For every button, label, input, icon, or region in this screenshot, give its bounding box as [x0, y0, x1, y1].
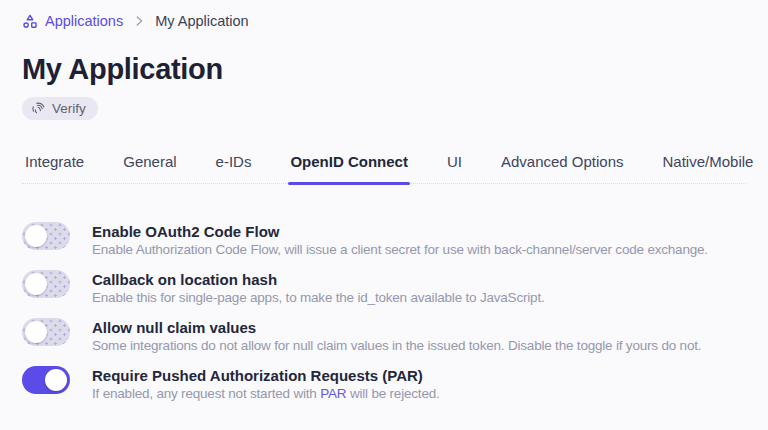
- tab-integrate[interactable]: Integrate: [23, 149, 86, 183]
- tab-e-ids[interactable]: e-IDs: [214, 149, 254, 183]
- setting-text: Allow null claim values Some integration…: [92, 318, 701, 355]
- setting-description: Enable Authorization Code Flow, will iss…: [92, 241, 708, 259]
- toggle-knob: [25, 225, 47, 247]
- toggle-require-par[interactable]: [22, 366, 70, 394]
- toggle-null-claims[interactable]: [22, 318, 70, 346]
- setting-description: Some integrations do not allow for null …: [92, 337, 701, 355]
- setting-text: Require Pushed Authorization Requests (P…: [92, 366, 440, 403]
- setting-description: Enable this for single-page apps, to mak…: [92, 289, 544, 307]
- setting-label: Enable OAuth2 Code Flow: [92, 222, 708, 241]
- breadcrumb-current: My Application: [155, 13, 249, 29]
- toggle-knob: [25, 273, 47, 295]
- setting-row-location-hash: Callback on location hash Enable this fo…: [22, 270, 746, 307]
- par-link[interactable]: PAR: [320, 386, 346, 401]
- page-title: My Application: [22, 53, 746, 86]
- tab-native-mobile[interactable]: Native/Mobile: [661, 149, 756, 183]
- tab-advanced-options[interactable]: Advanced Options: [499, 149, 626, 183]
- breadcrumb: Applications My Application: [22, 13, 746, 29]
- setting-row-oauth2-code-flow: Enable OAuth2 Code Flow Enable Authoriza…: [22, 222, 746, 259]
- setting-text: Enable OAuth2 Code Flow Enable Authoriza…: [92, 222, 708, 259]
- page: Applications My Application My Applicati…: [0, 0, 768, 403]
- toggle-knob: [25, 321, 47, 343]
- toggle-location-hash[interactable]: [22, 270, 70, 298]
- description-prefix: If enabled, any request not started with: [92, 386, 320, 401]
- verify-button-label: Verify: [52, 101, 86, 116]
- setting-description: If enabled, any request not started with…: [92, 385, 440, 403]
- setting-text: Callback on location hash Enable this fo…: [92, 270, 544, 307]
- tab-openid-connect[interactable]: OpenID Connect: [288, 149, 410, 183]
- hierarchy-icon: [22, 13, 38, 29]
- tab-ui[interactable]: UI: [445, 149, 464, 183]
- setting-label: Require Pushed Authorization Requests (P…: [92, 366, 440, 385]
- openid-connect-settings: Enable OAuth2 Code Flow Enable Authoriza…: [22, 222, 746, 403]
- chevron-right-icon: [132, 14, 146, 28]
- tab-general[interactable]: General: [121, 149, 178, 183]
- breadcrumb-root-label: Applications: [45, 13, 123, 29]
- setting-label: Allow null claim values: [92, 318, 701, 337]
- breadcrumb-link-applications[interactable]: Applications: [22, 13, 123, 29]
- fingerprint-icon: [31, 101, 46, 116]
- toggle-knob: [45, 369, 67, 391]
- description-suffix: will be rejected.: [346, 386, 439, 401]
- setting-row-null-claims: Allow null claim values Some integration…: [22, 318, 746, 355]
- tab-bar: Integrate General e-IDs OpenID Connect U…: [22, 149, 746, 184]
- setting-row-require-par: Require Pushed Authorization Requests (P…: [22, 366, 746, 403]
- setting-label: Callback on location hash: [92, 270, 544, 289]
- verify-button[interactable]: Verify: [22, 97, 98, 120]
- toggle-oauth2-code-flow[interactable]: [22, 222, 70, 250]
